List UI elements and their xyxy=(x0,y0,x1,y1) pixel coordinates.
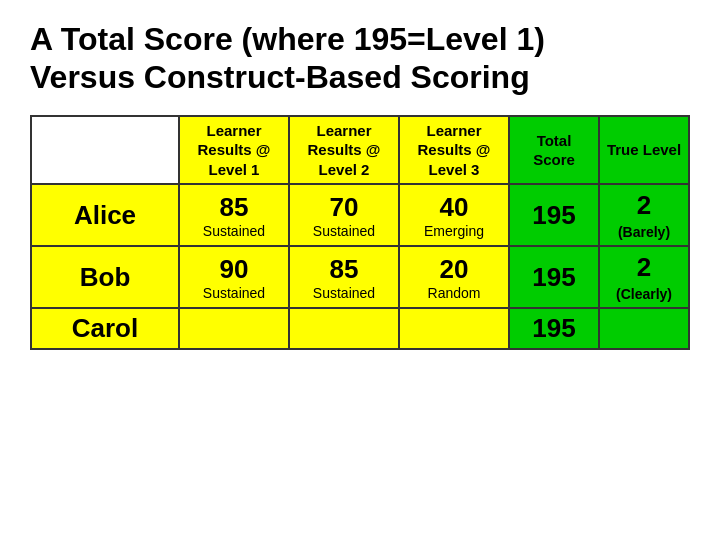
row-total-carol: 195 xyxy=(509,308,599,349)
row-true-level-bob: 2(Clearly) xyxy=(599,246,689,308)
row-alice-level1: 85Sustained xyxy=(179,184,289,246)
row-total-alice: 195 xyxy=(509,184,599,246)
row-true-level-alice: 2(Barely) xyxy=(599,184,689,246)
header-total: Total Score xyxy=(509,116,599,185)
row-carol-level3 xyxy=(399,308,509,349)
row-carol-level1 xyxy=(179,308,289,349)
title-line1: A Total Score (where 195=Level 1) xyxy=(30,20,545,58)
header-level3: Learner Results @ Level 3 xyxy=(399,116,509,185)
row-bob-level2: 85Sustained xyxy=(289,246,399,308)
row-bob-level1: 90Sustained xyxy=(179,246,289,308)
row-alice-level3: 40Emerging xyxy=(399,184,509,246)
header-level2: Learner Results @ Level 2 xyxy=(289,116,399,185)
row-name-carol: Carol xyxy=(31,308,179,349)
header-true: True Level xyxy=(599,116,689,185)
header-empty xyxy=(31,116,179,185)
row-true-level-carol xyxy=(599,308,689,349)
row-alice-level2: 70Sustained xyxy=(289,184,399,246)
title-line2: Versus Construct-Based Scoring xyxy=(30,58,545,96)
row-carol-level2 xyxy=(289,308,399,349)
header-level1: Learner Results @ Level 1 xyxy=(179,116,289,185)
scoring-table: Learner Results @ Level 1 Learner Result… xyxy=(30,115,690,350)
row-name-bob: Bob xyxy=(31,246,179,308)
row-bob-level3: 20Random xyxy=(399,246,509,308)
row-total-bob: 195 xyxy=(509,246,599,308)
row-name-alice: Alice xyxy=(31,184,179,246)
page-title: A Total Score (where 195=Level 1) Versus… xyxy=(30,20,545,97)
